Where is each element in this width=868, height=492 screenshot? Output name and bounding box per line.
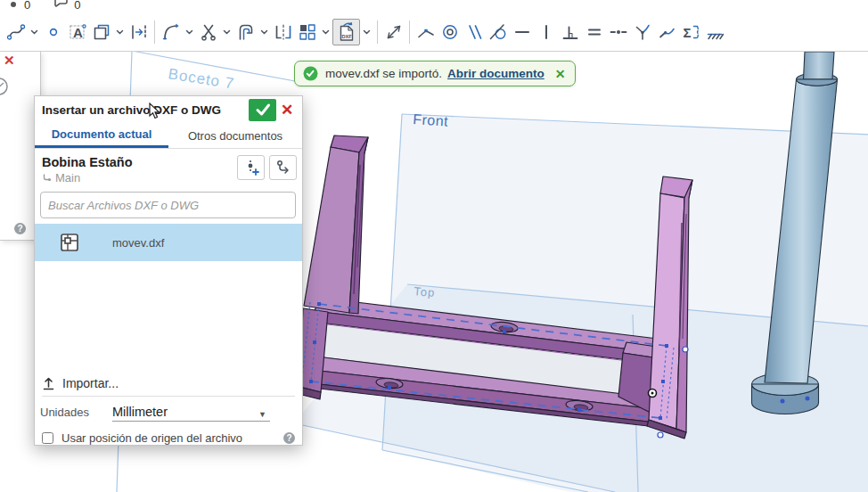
perpendicular-icon[interactable] — [558, 19, 582, 45]
dxf-file-icon — [58, 231, 81, 254]
version-graph-icon — [274, 159, 292, 176]
check-icon — [254, 102, 272, 118]
toast-message: movev.dxf se importó. — [325, 67, 442, 80]
document-header: Bobina Estaño Main — [35, 149, 302, 188]
point-icon[interactable] — [41, 19, 65, 45]
create-version-icon — [242, 159, 260, 176]
fixed-constraint-marker — [649, 390, 657, 398]
version-icon — [7, 0, 20, 9]
dialog-tabs: Documento actual Otros documentos — [35, 123, 302, 149]
dialog-titlebar[interactable]: Insertar un archivo DXF o DWG ✕ — [35, 96, 302, 123]
history-icon — [0, 77, 11, 98]
help-icon[interactable]: ? — [14, 223, 26, 234]
version-count-group[interactable]: 0 — [7, 0, 30, 12]
chevron-down-icon: ▼ — [258, 410, 270, 419]
fillet-icon[interactable] — [159, 19, 183, 45]
top-plane-label[interactable]: Top — [414, 284, 436, 299]
vertical-icon[interactable] — [534, 19, 558, 45]
extend-icon[interactable] — [127, 19, 151, 45]
fix-icon[interactable] — [702, 19, 726, 45]
accept-button[interactable] — [249, 99, 276, 121]
file-name: movev.dxf — [112, 236, 164, 250]
upload-icon — [42, 377, 55, 390]
app-window: Boceto 7 Front Top — [0, 0, 868, 492]
dxf-file-list: movev.dxf — [35, 224, 302, 373]
dialog-title: Insertar un archivo DXF o DWG — [42, 103, 249, 117]
tab-current-document[interactable]: Documento actual — [35, 123, 168, 148]
concentric-icon[interactable] — [438, 19, 462, 45]
insert-dxf-dialog: Insertar un archivo DXF o DWG ✕ Document… — [34, 95, 303, 446]
branch-icon — [42, 173, 52, 184]
toolbar-divider — [377, 20, 378, 44]
pattern-icon[interactable] — [295, 19, 319, 45]
open-document-link[interactable]: Abrir documento — [447, 67, 545, 80]
sketch-toolbar: ADXFΣ — [0, 13, 868, 52]
dxf-icon[interactable]: DXF — [332, 19, 360, 45]
tab-other-documents[interactable]: Otros documentos — [168, 123, 302, 148]
comment-icon — [53, 0, 70, 9]
mouse-cursor — [149, 102, 162, 120]
version-graph-button[interactable] — [269, 155, 297, 180]
document-status-strip: 0 0 — [0, 0, 868, 13]
success-check-icon — [303, 66, 318, 81]
svg-text:DXF: DXF — [341, 34, 352, 39]
import-button[interactable]: Importar... — [35, 373, 302, 396]
search-input[interactable] — [48, 199, 288, 212]
chevron-down-icon[interactable] — [183, 19, 196, 45]
cancel-button[interactable]: ✕ — [276, 99, 298, 121]
comment-count: 0 — [74, 0, 80, 12]
midpoint-icon[interactable] — [606, 19, 630, 45]
chevron-down-icon[interactable] — [360, 19, 373, 45]
svg-text:A: A — [73, 25, 83, 40]
version-count: 0 — [24, 0, 30, 12]
chevron-down-icon[interactable] — [319, 19, 332, 45]
import-label: Importar... — [62, 376, 119, 390]
offset-icon[interactable] — [233, 19, 258, 45]
toolbar-divider — [154, 20, 155, 44]
units-value: Millimeter — [112, 405, 258, 419]
variable-icon[interactable]: Σ — [678, 19, 702, 45]
front-plane-label[interactable]: Front — [413, 111, 449, 129]
chevron-down-icon[interactable] — [28, 19, 41, 45]
svg-text:Σ: Σ — [683, 25, 691, 40]
mirror-icon[interactable] — [271, 19, 295, 45]
document-name: Bobina Estaño — [42, 155, 233, 169]
horizontal-icon[interactable] — [510, 19, 534, 45]
search-box[interactable] — [40, 192, 296, 218]
text-icon[interactable]: A — [65, 19, 89, 45]
pierce-icon[interactable] — [630, 19, 654, 45]
toolbar-divider — [409, 20, 410, 44]
help-icon[interactable]: ? — [283, 432, 295, 444]
chevron-down-icon[interactable] — [113, 19, 127, 45]
convert-icon[interactable] — [89, 19, 113, 45]
origin-checkbox[interactable] — [42, 432, 53, 444]
dimension-icon[interactable] — [381, 19, 405, 45]
origin-option-row: Usar posición de origen del archivo ? — [35, 423, 302, 445]
comment-count-group[interactable]: 0 — [53, 0, 80, 12]
units-label: Unidades — [40, 406, 89, 422]
trim-icon[interactable] — [196, 19, 220, 45]
panel-close-icon[interactable]: ✕ — [4, 53, 15, 69]
coincident-icon[interactable] — [414, 19, 438, 45]
parallel-icon[interactable] — [462, 19, 486, 45]
toast-close-icon[interactable]: ✕ — [555, 67, 566, 81]
chevron-down-icon[interactable] — [220, 19, 233, 45]
sketch-label[interactable]: Boceto 7 — [167, 65, 235, 93]
equal-icon[interactable] — [582, 19, 606, 45]
workspace-row: Main — [42, 171, 233, 184]
spline-icon[interactable] — [4, 19, 28, 45]
tangent-icon[interactable] — [486, 19, 510, 45]
units-row: Unidades Millimeter ▼ — [35, 397, 302, 423]
normal-icon[interactable] — [654, 19, 678, 45]
workspace-name: Main — [55, 171, 80, 184]
chevron-down-icon[interactable] — [258, 19, 271, 45]
origin-checkbox-label: Usar posición de origen del archivo — [61, 431, 283, 445]
file-row-movev[interactable]: movev.dxf — [35, 224, 302, 261]
import-success-toast: movev.dxf se importó. Abrir documento ✕ — [294, 61, 576, 86]
units-dropdown[interactable]: Millimeter ▼ — [112, 405, 270, 422]
create-version-button[interactable] — [237, 155, 265, 180]
